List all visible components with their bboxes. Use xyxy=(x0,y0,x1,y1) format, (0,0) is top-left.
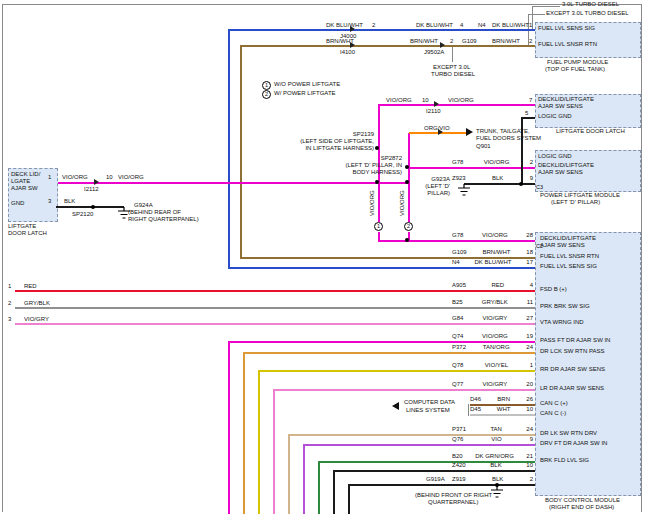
splice-location: BODY HARNESS) xyxy=(260,169,402,176)
ground-location: (LEFT 'D' xyxy=(392,183,450,190)
circuit-label: G84 xyxy=(452,315,463,322)
wire-label-row: P372TAN/ORG24 xyxy=(452,344,533,351)
wire-color-label: ORG/VIO xyxy=(424,125,450,132)
wire-gnd-z420 xyxy=(333,470,535,472)
circuit-label: N4 xyxy=(452,259,460,266)
wire-pass-ft-ajar xyxy=(228,341,535,343)
circuit-label: Q901 xyxy=(476,143,491,150)
input-number: 2 xyxy=(8,300,11,307)
pin-number: 17 xyxy=(526,259,533,266)
pin-number: 5 xyxy=(525,110,528,117)
connector-icon xyxy=(350,26,355,32)
ground-label: G923A xyxy=(392,176,450,183)
module-pin-function: AJAR SW xyxy=(11,185,38,192)
wire-color-label: BLK xyxy=(492,175,503,182)
wire-gauge: 4 xyxy=(460,22,463,29)
wire-color-label: VIO/GRY xyxy=(24,316,49,323)
wire-color-label: BLK xyxy=(492,476,503,483)
wire-color-label: DK BLU/WHT xyxy=(416,22,453,29)
wire-lr-dr-ajar xyxy=(273,389,275,514)
wire-label-row: Z923BLK9 xyxy=(452,175,533,182)
pin-number: 2 xyxy=(529,38,532,45)
splice-dot xyxy=(405,238,409,242)
wire-label-row: Q74VIO/ORG19 xyxy=(452,333,533,340)
module-location: (LEFT 'D' PILLAR) xyxy=(551,199,600,206)
pin-number: 24 xyxy=(526,344,533,351)
wire-liftgate-ajar xyxy=(378,240,535,242)
module-name: FUEL PUMP MODULE xyxy=(547,59,608,66)
wire-color-label: BLK xyxy=(490,462,501,469)
module-pin-function: LOGIC GND xyxy=(538,153,572,160)
circuit-label: Z923 xyxy=(452,175,466,182)
pin-number: 1 xyxy=(48,174,51,181)
module-pin-function: FUEL LVL SENS SIG xyxy=(540,263,635,270)
note-number: 2 xyxy=(404,222,413,231)
wire-color-label: BRN/WHT xyxy=(410,38,438,45)
module-pin-function: PASS FT DR AJAR SW IN xyxy=(540,337,635,344)
ground-location: PILLAR) xyxy=(392,190,450,197)
wire-vta-wrng xyxy=(15,323,535,325)
wire-label-row: B25GRY/BLK11 xyxy=(452,299,533,306)
pin-number: 2 xyxy=(530,476,533,483)
ground-location: (BEHIND REAR OF xyxy=(128,209,181,216)
system-ref-label: COMPUTER DATA xyxy=(404,399,455,406)
system-ref-label: LINES SYSTEM xyxy=(406,407,450,414)
pin-number: 11 xyxy=(527,299,533,306)
wire-drv-ft-ajar xyxy=(303,444,305,514)
ground-location: RIGHT QUARTERPANEL) xyxy=(128,216,199,223)
splice-location: IN LIFTGATE HARNESS) xyxy=(250,145,374,152)
frame-right xyxy=(641,4,642,512)
module-name: POWER LIFTGATE MODULE xyxy=(540,192,620,199)
splice-location: (LEFT SIDE OF LIFTGATE, xyxy=(250,138,374,145)
module-pin-function: CAN C (+) xyxy=(540,400,635,407)
wire-color-label: GRY/BLK xyxy=(482,299,508,306)
connector-label: C3 xyxy=(536,184,543,191)
wire-color-label: VIO/ORG xyxy=(386,97,412,104)
pin-number: 7 xyxy=(529,97,532,104)
variant-note: EXCEPT 3.0L TURBO DIESEL xyxy=(546,10,629,17)
wire-color-label: TAN/ORG xyxy=(483,344,510,351)
wire-label-row: D46BRN26 xyxy=(470,396,533,403)
wire-color-label: DK BLU/WHT xyxy=(492,22,529,29)
wire-color-label: BRN xyxy=(497,396,510,403)
module-pin-function: DECKLID/LIFTGATE xyxy=(538,96,594,103)
module-name: BODY CONTROL MODULE xyxy=(545,497,620,504)
circuit-label: G109 xyxy=(452,249,467,256)
pin-number: 4 xyxy=(530,282,533,289)
module-pin-function: DR LCK SW RTN PASS xyxy=(540,348,635,355)
connector-icon xyxy=(440,42,445,48)
module-name: LIFTGATE DOOR LATCH xyxy=(556,128,625,135)
wire-pass-ft-ajar xyxy=(228,341,230,514)
wire-gnd-z420 xyxy=(333,470,335,514)
wire-gauge: 10 xyxy=(422,97,429,104)
wire-fsd-b xyxy=(15,290,535,292)
module-pin-function: PRK BRK SW SIG xyxy=(540,303,635,310)
circuit-label: Z420 xyxy=(452,462,466,469)
offpage-arrow-icon xyxy=(466,128,473,136)
pin-number: 19 xyxy=(526,333,533,340)
circuit-label: Q74 xyxy=(452,333,463,340)
circuit-label: D45 xyxy=(470,406,481,413)
splice-label: SP2139 xyxy=(250,131,374,138)
module-name: DOOR LATCH xyxy=(8,230,47,237)
module-pin-function: VTA WRNG IND xyxy=(540,319,635,326)
module-pin-function: DR LK SW RTN DRV xyxy=(540,430,635,437)
wire-color-label: VIO/ORG xyxy=(482,333,508,340)
wire-rr-dr-ajar xyxy=(258,370,535,372)
variant-note: EXCEPT 3.0L xyxy=(433,64,470,71)
wire-color-label: VIO/ORG xyxy=(118,174,144,181)
input-number: 1 xyxy=(8,283,11,290)
connector-icon xyxy=(434,101,439,107)
wire-label-row: D45WHT10 xyxy=(470,406,533,413)
wire-liftgate-ajar xyxy=(56,182,409,184)
wire-gauge: 10 xyxy=(106,174,113,181)
pin-number: 3 xyxy=(48,198,51,205)
connector-label: J9502A xyxy=(424,49,444,56)
wire-drv-ft-ajar xyxy=(303,444,535,446)
ground-callout: G923A (LEFT 'D' PILLAR) xyxy=(392,176,450,197)
module-pin-function: FUEL LVL SENS SIG xyxy=(538,25,595,32)
module-location: (RIGHT END OF DASH) xyxy=(549,504,614,511)
wire-fuel-snsr-rtn xyxy=(240,45,535,47)
module-pin-function: LR DR AJAR SW SENS xyxy=(540,385,635,392)
note-text: W/ POWER LIFTGATE xyxy=(274,90,336,97)
